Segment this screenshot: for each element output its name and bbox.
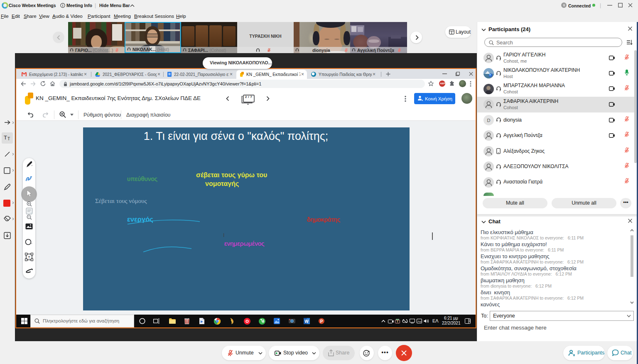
svg-text:T: T	[28, 255, 30, 259]
svg-text:D: D	[487, 118, 491, 123]
svg-text:W: W	[304, 319, 309, 324]
svg-text:P: P	[320, 319, 323, 324]
